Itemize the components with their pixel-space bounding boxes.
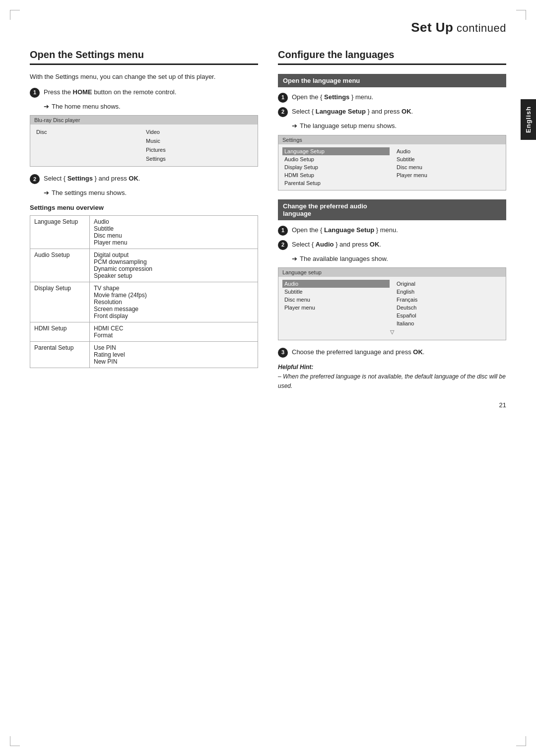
banner1: Open the language menu <box>278 74 506 87</box>
bluray-empty2 <box>34 146 144 153</box>
corner-tr <box>516 10 526 20</box>
r2arrow2-icon: ➔ <box>292 254 297 264</box>
r2step3-num: 3 <box>278 348 288 358</box>
settings-row-display: Display Setup TV shapeMovie frame (24fps… <box>30 282 258 322</box>
settings-screen-right: Audio Subtitle Disc menu Player menu <box>395 147 502 187</box>
bluray-row3: Pictures <box>34 145 254 154</box>
left-step1: 1 Press the HOME button on the remote co… <box>30 87 258 98</box>
bluray-row4: Settings <box>34 154 254 163</box>
settings-label-language: Language Setup <box>30 215 90 249</box>
page-title-normal: continued <box>453 22 506 34</box>
settings-screen-box: Settings Language Setup Audio Setup Disp… <box>278 135 506 190</box>
bluray-pictures: Pictures <box>144 146 254 153</box>
page-title: Set Up continued <box>30 20 506 39</box>
step1-content: Press the HOME button on the remote cont… <box>44 87 258 98</box>
two-col-layout: Open the Settings menu With the Settings… <box>30 49 506 391</box>
left-column: Open the Settings menu With the Settings… <box>30 49 258 391</box>
r2-step2: 2 Select { Audio } and press OK. <box>278 240 506 250</box>
settings-label-hdmi: HDMI Setup <box>30 322 90 341</box>
subtitle-option: Subtitle <box>395 155 502 163</box>
settings-screen-body: Language Setup Audio Setup Display Setup… <box>278 144 506 190</box>
hdmi-setup-item: HDMI Setup <box>282 171 390 179</box>
right-step2: 2 Select { Language Setup } and press OK… <box>278 107 506 117</box>
arrow2-icon: ➔ <box>44 188 49 198</box>
player-menu-lang: Player menu <box>282 304 390 312</box>
original-option: Original <box>395 280 502 288</box>
settings-overview-table: Language Setup AudioSubtitleDisc menuPla… <box>30 215 258 368</box>
r2step2-arrow: ➔ The available languages show. <box>292 254 506 264</box>
settings-row-hdmi: HDMI Setup HDMI CECFormat <box>30 322 258 341</box>
deutsch-option: Deutsch <box>395 304 502 312</box>
espanol-option: Español <box>395 312 502 319</box>
parental-setup-item: Parental Setup <box>282 179 390 187</box>
arrow-icon: ➔ <box>44 102 49 112</box>
bluray-empty3 <box>34 155 144 162</box>
r2step1-num: 1 <box>278 226 288 236</box>
left-step2: 2 Select { Settings } and press OK. <box>30 174 258 184</box>
scroll-arrow: ▽ <box>282 327 502 337</box>
page-number: 21 <box>30 401 506 409</box>
audio-setup-item: Audio Setup <box>282 155 390 163</box>
bluray-empty1 <box>34 137 144 144</box>
helpful-hint: Helpful Hint: – When the preferred langu… <box>278 363 506 391</box>
settings-row-parental: Parental Setup Use PINRating levelNew PI… <box>30 341 258 368</box>
left-section-heading: Open the Settings menu <box>30 49 258 65</box>
step1-arrow-text: The home menu shows. <box>52 102 121 112</box>
bluray-disc: Disc <box>34 128 144 135</box>
r2step3-content: Choose the preferred language and press … <box>292 347 506 358</box>
rstep2-arrow: ➔ The language setup menu shows. <box>292 121 506 131</box>
submenu-label: Settings menu overview <box>30 204 258 211</box>
right-column: Configure the languages Open the languag… <box>278 49 506 391</box>
r2step2-num: 2 <box>278 240 288 250</box>
settings-label-audio: Audio Ssetup <box>30 249 90 282</box>
bluray-settings: Settings <box>144 155 254 162</box>
settings-row-audio: Audio Ssetup Digital outputPCM downsampl… <box>30 249 258 282</box>
rarrow2-icon: ➔ <box>292 121 297 131</box>
subtitle-lang: Subtitle <box>282 288 390 296</box>
bluray-row2: Music <box>34 136 254 145</box>
banner2-line1: Change the preferred audio <box>283 202 367 210</box>
r2-step3: 3 Choose the preferred language and pres… <box>278 347 506 358</box>
corner-bl <box>10 736 20 746</box>
settings-row-language: Language Setup AudioSubtitleDisc menuPla… <box>30 215 258 249</box>
step1-bold: HOME <box>73 88 92 96</box>
step2-arrow-text: The settings menu shows. <box>52 188 127 198</box>
step1-arrow: ➔ The home menu shows. <box>44 102 258 112</box>
settings-label-parental: Parental Setup <box>30 341 90 368</box>
step2-num: 2 <box>30 174 40 184</box>
player-menu-option: Player menu <box>395 171 502 179</box>
bluray-music: Music <box>144 137 254 144</box>
step2-arrow: ➔ The settings menu shows. <box>44 188 258 198</box>
bluray-video: Video <box>144 128 254 135</box>
banner2-line2: language <box>283 210 311 217</box>
settings-label-display: Display Setup <box>30 282 90 322</box>
hint-label: Helpful Hint: <box>278 364 313 371</box>
r2step2-arrow-text: The available languages show. <box>300 254 388 264</box>
step1-num: 1 <box>30 88 40 98</box>
hint-text: – When the preferred language is not ava… <box>278 373 506 389</box>
bluray-body: Disc Video Music Pictures Settings <box>30 125 258 166</box>
francais-option: Français <box>395 296 502 304</box>
disc-menu-option: Disc menu <box>395 163 502 171</box>
disc-menu-lang: Disc menu <box>282 296 390 304</box>
bluray-row1: Disc Video <box>34 127 254 136</box>
bluray-screen-box: Blu-ray Disc player Disc Video Music Pic… <box>30 115 258 167</box>
lang-screen-header: Language setup <box>278 268 506 277</box>
lang-screen-body: Audio Subtitle Disc menu Player menu Ori… <box>278 277 506 340</box>
page-container: English Set Up continued Open the Settin… <box>0 0 536 756</box>
corner-tl <box>10 10 20 20</box>
settings-items-parental: Use PINRating levelNew PIN <box>90 341 258 368</box>
rstep2-arrow-text: The language setup menu shows. <box>300 121 397 131</box>
right-step1: 1 Open the { Settings } menu. <box>278 92 506 103</box>
display-setup-item: Display Setup <box>282 163 390 171</box>
left-intro: With the Settings menu, you can change t… <box>30 72 258 82</box>
r2step2-content: Select { Audio } and press OK. <box>292 240 506 250</box>
settings-items-audio: Digital outputPCM downsamplingDynamic co… <box>90 249 258 282</box>
lang-setup-highlighted: Language Setup <box>282 147 390 155</box>
rstep1-num: 1 <box>278 93 288 103</box>
audio-highlighted: Audio <box>282 280 390 288</box>
page-title-bold: Set Up <box>411 20 453 35</box>
italiano-option: Italiano <box>395 319 502 327</box>
settings-screen-left: Language Setup Audio Setup Display Setup… <box>282 147 390 187</box>
settings-items-hdmi: HDMI CECFormat <box>90 322 258 341</box>
